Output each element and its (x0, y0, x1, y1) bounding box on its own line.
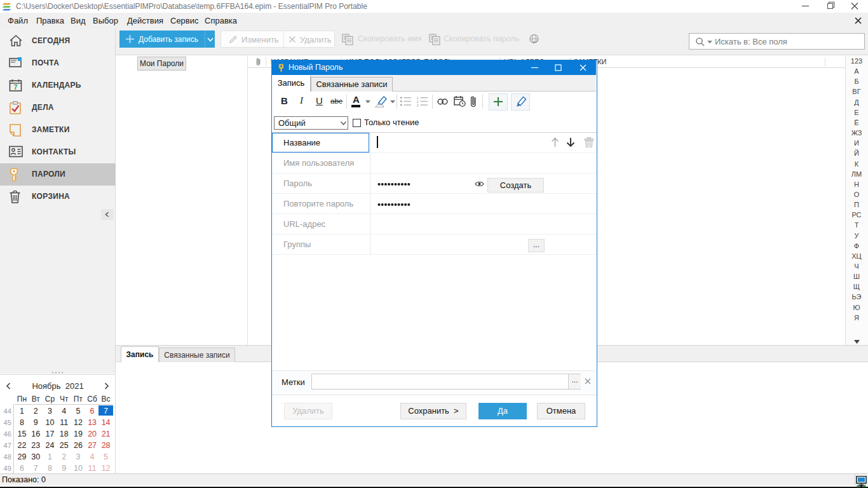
svg-text:3: 3 (417, 104, 419, 107)
svg-text:7: 7 (14, 84, 18, 91)
